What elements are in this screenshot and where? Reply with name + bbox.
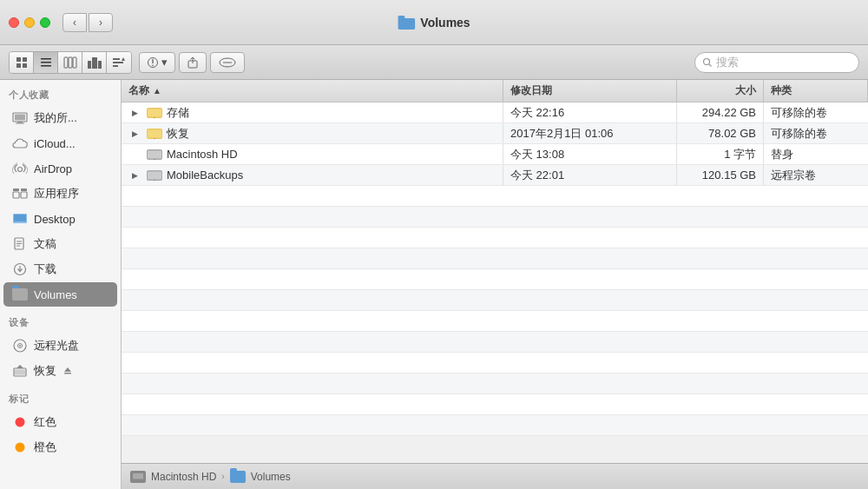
tag-button[interactable] — [210, 52, 245, 73]
arrange-button[interactable] — [107, 52, 131, 73]
sidebar-item-label: 远程光盘 — [34, 338, 79, 354]
col-header-size[interactable]: 大小 — [677, 80, 764, 102]
airdrop-icon — [12, 161, 28, 176]
sidebar-item-icloud[interactable]: iCloud... — [3, 131, 117, 155]
empty-row — [122, 332, 868, 353]
col-header-date[interactable]: 修改日期 — [503, 80, 677, 102]
cover-flow-button[interactable] — [82, 52, 107, 73]
file-size-cell: 120.15 GB — [677, 165, 764, 185]
svg-rect-48 — [15, 370, 25, 375]
sidebar-item-red[interactable]: 红色 — [3, 410, 117, 434]
table-row[interactable]: ▶ MobileBackups 今天 22:01 120.15 GB 远程宗卷 — [122, 165, 868, 186]
svg-point-62 — [154, 158, 155, 160]
external-drive-icon — [146, 127, 163, 141]
svg-rect-4 — [16, 63, 21, 68]
sidebar-item-remote-disc[interactable]: 远程光盘 — [3, 334, 117, 358]
table-row[interactable]: Macintosh HD 今天 13:08 1 字节 替身 — [122, 144, 868, 165]
applications-icon — [12, 186, 28, 202]
svg-rect-58 — [148, 129, 161, 137]
close-button[interactable] — [9, 17, 19, 28]
empty-row — [122, 228, 868, 248]
sidebar-section-favorites: 个人收藏 — [0, 80, 121, 105]
col-name-label: 名称 — [128, 83, 149, 98]
svg-rect-55 — [148, 109, 161, 116]
svg-rect-28 — [15, 115, 25, 121]
svg-rect-2 — [16, 57, 21, 62]
sidebar-item-label: 红色 — [34, 414, 56, 430]
empty-row — [122, 248, 868, 269]
disc-icon — [12, 338, 28, 354]
tag-orange-icon — [12, 439, 28, 455]
empty-row — [122, 186, 868, 207]
statusbar-hd-label: Macintosh HD — [151, 471, 216, 483]
empty-row — [122, 290, 868, 311]
svg-rect-32 — [13, 192, 19, 198]
list-view-button[interactable] — [34, 52, 58, 73]
search-box[interactable]: 搜索 — [694, 52, 859, 73]
back-button[interactable]: ‹ — [62, 13, 87, 32]
sidebar-item-label: iCloud... — [34, 137, 76, 150]
file-name-cell: Macintosh HD — [122, 144, 503, 164]
sidebar-section-tags: 标记 — [0, 384, 121, 409]
col-header-name[interactable]: 名称 ▲ — [122, 80, 503, 102]
empty-row — [122, 311, 868, 332]
svg-rect-13 — [92, 57, 97, 69]
svg-rect-6 — [41, 58, 51, 60]
sidebar-item-label: Volumes — [34, 288, 77, 301]
sidebar-item-applications[interactable]: 应用程序 — [3, 182, 117, 206]
icon-view-button[interactable] — [10, 52, 34, 73]
action-button[interactable]: ▾ — [139, 52, 175, 73]
sidebar-item-airdrop[interactable]: AirDrop — [3, 156, 117, 181]
forward-button[interactable]: › — [89, 13, 113, 32]
disclosure-arrow[interactable]: ▶ — [128, 128, 141, 140]
statusbar-drive-icon — [130, 471, 146, 483]
file-date-cell: 今天 13:08 — [503, 144, 677, 164]
sidebar-item-label: 我的所... — [34, 110, 77, 126]
sidebar-item-myfiles[interactable]: 我的所... — [3, 106, 117, 130]
sidebar-item-recovery[interactable]: 恢复 — [3, 359, 117, 383]
svg-rect-35 — [21, 188, 27, 191]
svg-rect-64 — [148, 171, 161, 179]
sidebar-section-devices: 设备 — [0, 307, 121, 333]
col-header-kind[interactable]: 种类 — [764, 80, 868, 102]
svg-line-26 — [709, 63, 712, 66]
file-date: 2017年2月1日 01:06 — [510, 126, 614, 142]
sidebar-item-downloads[interactable]: 下载 — [3, 257, 117, 281]
disclosure-arrow[interactable]: ▶ — [128, 107, 141, 119]
svg-point-46 — [19, 345, 21, 347]
file-size-cell: 294.22 GB — [677, 102, 764, 122]
table-row[interactable]: ▶ 存储 今天 22:16 294.22 GB 可移除的卷 — [122, 102, 868, 123]
view-mode-group — [9, 51, 132, 74]
column-view-button[interactable] — [58, 52, 82, 73]
file-name: 恢复 — [167, 126, 189, 142]
sidebar-item-documents[interactable]: 文稿 — [3, 232, 117, 256]
computer-icon — [12, 110, 28, 126]
file-size: 294.22 GB — [702, 106, 756, 119]
title-folder-icon — [398, 16, 415, 30]
sidebar-item-desktop[interactable]: Desktop — [3, 207, 117, 231]
svg-marker-50 — [64, 367, 71, 372]
file-rows: ▶ 存储 今天 22:16 294.22 GB 可移除的卷 — [122, 102, 868, 463]
disclosure-arrow[interactable]: ▶ — [128, 169, 141, 182]
file-kind: 替身 — [771, 147, 793, 162]
sidebar-item-volumes[interactable]: Volumes — [3, 282, 117, 307]
sidebar-item-label: 应用程序 — [34, 186, 79, 202]
share-button[interactable] — [179, 52, 207, 73]
svg-rect-8 — [41, 65, 51, 67]
file-kind: 可移除的卷 — [771, 126, 827, 142]
empty-row — [122, 269, 868, 290]
maximize-button[interactable] — [40, 17, 50, 28]
file-kind: 可移除的卷 — [771, 105, 827, 121]
disclosure-placeholder — [128, 149, 141, 161]
sidebar-item-label: 恢复 — [34, 363, 56, 379]
svg-point-53 — [16, 443, 25, 453]
external-drive-icon — [146, 106, 163, 120]
file-name-cell: ▶ MobileBackups — [122, 165, 503, 185]
minimize-button[interactable] — [24, 17, 35, 28]
traffic-lights — [0, 17, 50, 28]
sidebar-item-orange[interactable]: 橙色 — [3, 435, 117, 459]
table-row[interactable]: ▶ 恢复 2017年2月1日 01:06 78.02 GB 可移除的卷 — [122, 123, 868, 144]
window-title-area: Volumes — [398, 16, 470, 30]
sidebar: 个人收藏 我的所... iCloud... AirDrop 应用程序 — [0, 80, 122, 489]
internal-drive-icon — [146, 169, 163, 182]
